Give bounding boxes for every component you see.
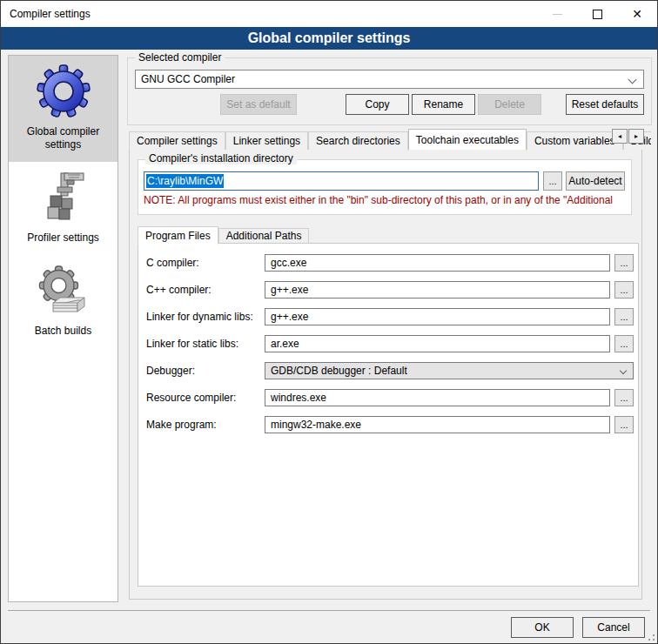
window-controls: ✕ [537,1,657,27]
caliper-icon [36,170,91,225]
title-bar: Compiler settings ✕ [1,1,657,27]
note-text: NOTE: All programs must exist either in … [144,194,628,206]
toolchain-executables-panel: Compiler's installation directory C:\ray… [129,149,642,600]
delete-button[interactable]: Delete [478,94,541,115]
sidebar-item-label: Profiler settings [27,231,99,245]
set-as-default-button[interactable]: Set as default [220,94,297,115]
sidebar-item-batch-builds[interactable]: Batch builds [9,255,118,348]
make-program-input[interactable]: mingw32-make.exe [265,416,610,433]
arrow-left-icon: ◂ [618,132,621,140]
ok-button[interactable]: OK [511,617,574,638]
rename-button[interactable]: Rename [412,94,475,115]
dialog-content: Global compiler settings [1,50,657,643]
browse-c-compiler-button[interactable]: ... [614,254,634,272]
installation-directory-input[interactable]: C:\raylib\MinGW [144,171,539,191]
tab-compiler-settings[interactable]: Compiler settings [129,131,225,150]
maximize-button[interactable] [577,1,617,27]
installation-directory-group-label: Compiler's installation directory [145,152,297,164]
tab-scroll-arrows: ◂ ▸ [611,129,644,144]
blue-gear-icon [36,64,91,119]
field-row-debugger: Debugger: GDB/CDB debugger : Default [146,362,638,379]
debugger-select[interactable]: GDB/CDB debugger : Default [265,362,634,379]
program-files-panel: C compiler: gcc.exe ... C++ compiler: g+… [138,243,639,587]
close-button[interactable]: ✕ [617,1,657,27]
field-row-resource-compiler: Resource compiler: windres.exe ... [146,389,638,406]
installation-directory-row: C:\raylib\MinGW ... Auto-detect [144,171,626,191]
arrow-right-icon: ▸ [634,132,638,140]
browse-directory-button[interactable]: ... [543,171,562,191]
selected-compiler-group-label: Selected compiler [135,51,225,64]
field-label: C compiler: [146,257,265,269]
sidebar-item-label: Batch builds [35,325,91,338]
chevron-down-icon [628,76,637,84]
linker-dynamic-input[interactable]: g++.exe [265,308,610,325]
c-compiler-input[interactable]: gcc.exe [265,254,610,272]
field-row-c-compiler: C compiler: gcc.exe ... [146,254,638,272]
field-label: Linker for dynamic libs: [146,311,265,323]
reset-defaults-button[interactable]: Reset defaults [566,94,644,115]
browse-resource-compiler-button[interactable]: ... [614,389,634,406]
cancel-button[interactable]: Cancel [582,617,645,638]
field-row-make-program: Make program: mingw32-make.exe ... [146,416,638,433]
debugger-select-value: GDB/CDB debugger : Default [271,365,407,377]
field-label: Resource compiler: [146,392,265,404]
footer-divider [8,610,650,611]
minimize-icon [553,14,562,15]
minimize-button[interactable] [537,1,577,27]
close-icon: ✕ [632,8,642,20]
browse-linker-static-button[interactable]: ... [614,335,634,352]
tab-scroll-left-button[interactable]: ◂ [612,129,628,144]
field-row-linker-static: Linker for static libs: ar.exe ... [146,335,638,352]
field-label: C++ compiler: [146,284,265,296]
field-row-linker-dynamic: Linker for dynamic libs: g++.exe ... [146,308,638,325]
compiler-settings-dialog: Compiler settings ✕ Global compiler sett… [0,0,658,644]
resource-compiler-input[interactable]: windres.exe [265,389,610,406]
sidebar-item-global-compiler-settings[interactable]: Global compiler settings [9,56,118,162]
maximize-icon [593,10,602,19]
tab-program-files[interactable]: Program Files [138,226,218,245]
page-title: Global compiler settings [1,27,657,50]
compiler-select-value: GNU GCC Compiler [141,73,235,85]
settings-sidebar: Global compiler settings [8,55,118,602]
settings-tab-bar: Compiler settings Linker settings Search… [129,128,652,150]
sidebar-item-profiler-settings[interactable]: Profiler settings [9,162,118,255]
field-label: Linker for static libs: [146,338,265,350]
auto-detect-button[interactable]: Auto-detect [566,171,625,191]
resize-grip[interactable] [653,639,655,641]
tab-search-directories[interactable]: Search directories [308,131,408,150]
tab-custom-variables[interactable]: Custom variables [527,131,623,150]
browse-linker-dynamic-button[interactable]: ... [614,308,634,325]
compiler-select[interactable]: GNU GCC Compiler [135,70,644,89]
field-label: Make program: [146,419,265,431]
browse-cpp-compiler-button[interactable]: ... [614,281,634,299]
linker-static-input[interactable]: ar.exe [265,335,610,352]
window-title: Compiler settings [1,8,91,20]
selected-compiler-group: Selected compiler GNU GCC Compiler Set a… [127,57,652,125]
program-files-tab-bar: Program Files Additional Paths [138,225,309,244]
field-row-cpp-compiler: C++ compiler: g++.exe ... [146,281,638,299]
tab-toolchain-executables[interactable]: Toolchain executables [408,129,527,151]
main-panel: Selected compiler GNU GCC Compiler Set a… [127,50,652,610]
copy-button[interactable]: Copy [346,94,409,115]
gear-stack-icon [36,263,91,319]
browse-make-program-button[interactable]: ... [614,416,634,433]
compiler-buttons-row: Set as default Copy Rename Delete Reset … [135,94,644,115]
sidebar-item-label: Global compiler settings [11,125,115,151]
field-label: Debugger: [146,365,265,377]
installation-directory-value: C:\raylib\MinGW [146,174,224,188]
tab-additional-paths[interactable]: Additional Paths [218,228,310,244]
tab-scroll-right-button[interactable]: ▸ [628,129,644,144]
installation-directory-group: Compiler's installation directory C:\ray… [138,159,632,215]
chevron-down-icon [620,367,627,374]
tab-linker-settings[interactable]: Linker settings [225,131,308,150]
cpp-compiler-input[interactable]: g++.exe [265,281,610,299]
